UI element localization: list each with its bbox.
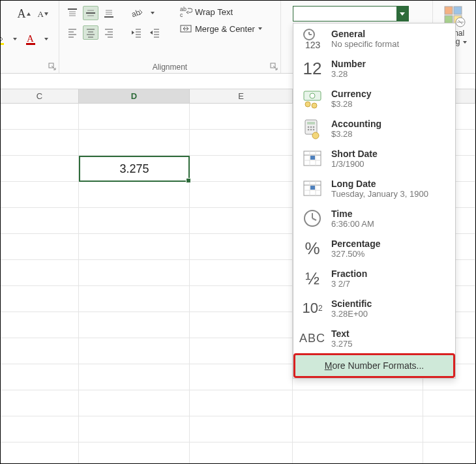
font-color-button[interactable]: A <box>22 31 39 47</box>
format-currency[interactable]: Currency$3.28 <box>293 83 455 113</box>
svg-point-62 <box>313 129 315 131</box>
align-bottom-button[interactable] <box>101 6 117 20</box>
svg-point-63 <box>312 132 319 139</box>
svg-text:ab: ab <box>130 8 141 19</box>
number-format-dropdown-icon <box>396 7 408 21</box>
svg-point-59 <box>313 126 315 128</box>
svg-rect-41 <box>454 7 462 14</box>
cell-value: 3.275 <box>119 162 149 176</box>
alignment-group-label: Alignment <box>59 63 280 72</box>
time-icon <box>301 207 323 229</box>
align-left-button[interactable] <box>65 25 80 40</box>
svg-rect-75 <box>310 186 315 190</box>
fraction-icon: ½ <box>301 267 323 289</box>
svg-rect-69 <box>310 156 315 160</box>
svg-rect-56 <box>307 122 315 124</box>
font-color-dropdown[interactable] <box>42 35 51 43</box>
increase-indent-button[interactable] <box>147 25 162 40</box>
format-percentage[interactable]: % Percentage327.50% <box>293 233 455 263</box>
merge-center-button[interactable]: Merge & Center <box>177 22 265 36</box>
percentage-icon: % <box>301 237 323 259</box>
align-center-button[interactable] <box>83 25 98 40</box>
column-header[interactable]: E <box>190 89 293 103</box>
svg-point-57 <box>308 126 310 128</box>
column-header[interactable]: C <box>1 89 79 103</box>
format-scientific[interactable]: 102 Scientific3.28E+00 <box>293 293 455 323</box>
fill-color-button[interactable] <box>0 31 8 47</box>
svg-point-52 <box>310 93 315 98</box>
svg-point-58 <box>310 126 312 128</box>
column-header-selected[interactable]: D <box>79 89 190 103</box>
alignment-dialog-launcher[interactable] <box>270 63 278 70</box>
wrap-text-label: Wrap Text <box>195 7 233 17</box>
svg-point-61 <box>310 129 312 131</box>
alignment-group: ab abc Wrap Text Merge & Center <box>59 1 281 73</box>
svg-rect-2 <box>26 43 35 45</box>
wrap-text-button[interactable]: abc Wrap Text <box>177 5 265 19</box>
increase-font-button[interactable]: A <box>16 6 33 22</box>
format-accounting[interactable]: Accounting$3.28 <box>293 113 455 143</box>
svg-point-54 <box>312 103 317 108</box>
svg-text:A: A <box>27 33 34 44</box>
format-long-date[interactable]: Long DateTuesday, January 3, 1900 <box>293 173 455 203</box>
fill-color-dropdown[interactable] <box>10 35 20 43</box>
format-short-date[interactable]: Short Date1/3/1900 <box>293 143 455 173</box>
font-group: A A A <box>1 1 59 73</box>
number-format-combo[interactable] <box>293 6 409 22</box>
decrease-font-button[interactable]: A <box>36 8 51 21</box>
svg-rect-0 <box>0 43 4 45</box>
svg-point-60 <box>308 129 310 131</box>
long-date-icon <box>301 177 323 199</box>
more-number-formats[interactable]: More Number Formats... <box>293 353 455 378</box>
accounting-icon <box>301 117 323 139</box>
general-icon: 123 <box>301 27 323 50</box>
format-text[interactable]: ABC Text3.275 <box>293 323 455 353</box>
svg-text:c: c <box>180 12 183 18</box>
svg-line-78 <box>312 218 316 220</box>
format-fraction[interactable]: ½ Fraction3 2/7 <box>293 263 455 293</box>
orientation-dropdown[interactable] <box>148 9 157 17</box>
merge-center-label: Merge & Center <box>195 24 255 34</box>
scientific-icon: 102 <box>301 297 323 319</box>
align-right-button[interactable] <box>101 25 117 40</box>
align-top-button[interactable] <box>65 6 80 20</box>
format-time[interactable]: Time6:36:00 AM <box>293 203 455 233</box>
format-general[interactable]: 123 GeneralNo specific format <box>293 23 455 53</box>
align-middle-button[interactable] <box>83 6 98 20</box>
svg-rect-40 <box>445 7 453 14</box>
svg-point-53 <box>305 102 310 107</box>
number-format-panel: 123 GeneralNo specific format 12 Number3… <box>293 23 456 379</box>
font-dialog-launcher[interactable] <box>48 63 56 70</box>
short-date-icon <box>301 147 323 169</box>
text-icon: ABC <box>301 327 323 349</box>
format-number[interactable]: 12 Number3.28 <box>293 53 455 83</box>
svg-text:123: 123 <box>305 40 321 50</box>
selected-cell[interactable]: 3.275 <box>79 156 190 182</box>
decrease-indent-button[interactable] <box>128 25 144 40</box>
orientation-button[interactable]: ab <box>128 6 145 20</box>
currency-icon <box>301 87 323 109</box>
number-icon: 12 <box>301 57 323 80</box>
